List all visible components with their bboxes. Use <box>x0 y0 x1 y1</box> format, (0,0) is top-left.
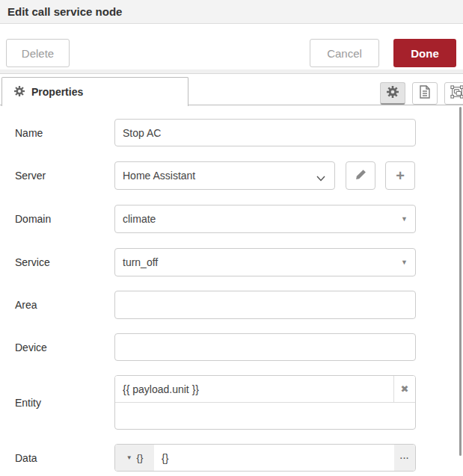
name-label: Name <box>0 119 114 146</box>
entity-editable-list: ✖ <box>114 375 416 430</box>
edit-call-service-node-dialog: Edit call service node Delete Cancel Don… <box>0 0 463 476</box>
doc-icon <box>419 85 431 102</box>
domain-input[interactable] <box>114 205 416 233</box>
tab-bar: Properties <box>0 74 463 105</box>
add-server-button[interactable]: + <box>385 161 415 190</box>
area-row: Area <box>0 291 463 319</box>
appearance-pane-button[interactable] <box>444 82 463 105</box>
vertical-scrollbar[interactable] <box>459 107 462 456</box>
domain-row: Domain ▼ <box>0 205 463 233</box>
entity-list-item: ✖ <box>115 376 415 403</box>
data-row: Data ▼ {} {} ··· <box>0 444 463 472</box>
done-button[interactable]: Done <box>393 39 456 67</box>
data-input[interactable]: {} <box>154 445 394 471</box>
delete-button[interactable]: Delete <box>6 39 70 67</box>
server-select[interactable]: Home Assistant <box>114 161 335 190</box>
plus-icon: + <box>396 167 405 185</box>
gear-icon <box>387 86 399 101</box>
properties-pane-button[interactable] <box>380 82 405 105</box>
entity-row: Entity ✖ <box>0 375 463 430</box>
description-pane-button[interactable] <box>412 82 438 105</box>
cancel-button[interactable]: Cancel <box>310 39 379 67</box>
close-icon: ✖ <box>401 383 409 395</box>
pencil-icon <box>355 169 367 183</box>
properties-form: Name Server Home Assistant <box>0 106 463 476</box>
device-label: Device <box>0 333 114 361</box>
device-input[interactable] <box>114 333 416 361</box>
server-select-value: Home Assistant <box>123 170 195 182</box>
tab-properties[interactable]: Properties <box>1 77 188 106</box>
chevron-down-icon <box>316 172 325 184</box>
entity-label: Entity <box>0 375 114 430</box>
service-row: Service ▼ <box>0 248 463 276</box>
edit-server-button[interactable] <box>346 161 375 190</box>
data-label: Data <box>0 444 114 472</box>
caret-down-icon: ▼ <box>126 454 132 461</box>
expand-editor-button[interactable]: ··· <box>394 445 415 471</box>
area-label: Area <box>0 291 114 319</box>
service-input[interactable] <box>114 248 416 276</box>
data-value: {} <box>162 452 168 464</box>
remove-entity-button[interactable]: ✖ <box>393 376 415 402</box>
area-input[interactable] <box>114 291 416 319</box>
data-typed-input: ▼ {} {} ··· <box>114 444 416 472</box>
name-row: Name <box>0 119 463 146</box>
json-type-icon: {} <box>137 452 144 463</box>
device-row: Device <box>0 333 463 361</box>
server-label: Server <box>0 161 114 190</box>
domain-label: Domain <box>0 205 114 233</box>
appearance-icon <box>450 85 463 102</box>
tab-properties-label: Properties <box>31 86 83 98</box>
gear-icon <box>14 86 25 99</box>
server-row: Server Home Assistant <box>0 161 463 190</box>
name-input[interactable] <box>114 119 416 146</box>
data-type-button[interactable]: ▼ {} <box>115 445 154 471</box>
entity-input[interactable] <box>115 376 393 402</box>
dialog-header: Edit call service node <box>0 0 463 24</box>
dialog-toolbar: Delete Cancel Done <box>0 24 463 69</box>
ellipsis-icon: ··· <box>400 454 410 463</box>
dialog-title: Edit call service node <box>7 5 122 18</box>
service-label: Service <box>0 248 114 276</box>
